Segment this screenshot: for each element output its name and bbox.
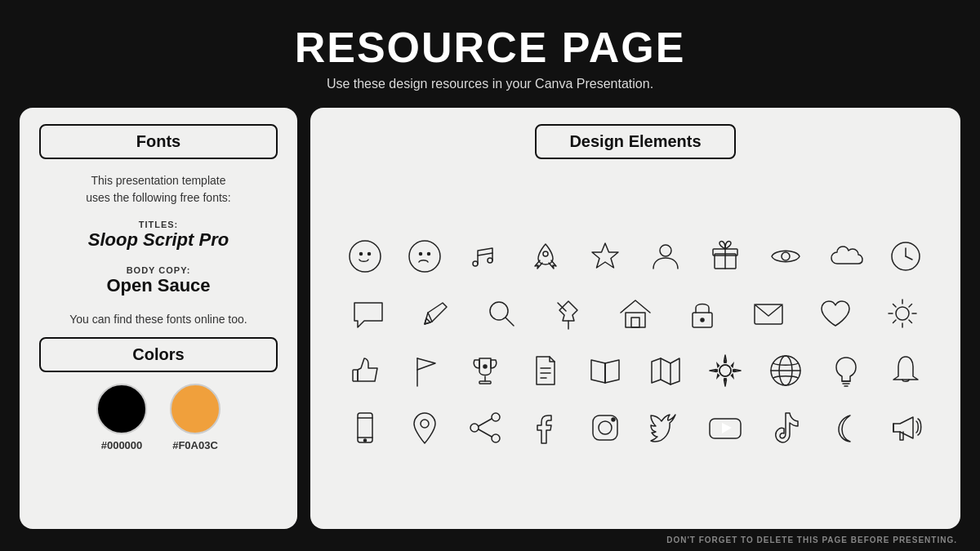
design-elements-header: Design Elements bbox=[335, 124, 936, 159]
svg-point-50 bbox=[719, 365, 731, 376]
sad-face-icon bbox=[400, 232, 449, 281]
footer-note: DON'T FORGET TO DELETE THIS PAGE BEFORE … bbox=[0, 529, 980, 551]
star-icon bbox=[581, 232, 630, 281]
svg-point-15 bbox=[782, 252, 790, 260]
svg-rect-38 bbox=[353, 370, 358, 381]
fonts-header-box: Fonts bbox=[39, 124, 278, 159]
svg-point-0 bbox=[350, 241, 381, 272]
trophy-icon bbox=[461, 346, 510, 395]
lightbulb-icon bbox=[822, 346, 871, 395]
svg-line-37 bbox=[893, 320, 897, 323]
fonts-description: This presentation templateuses the follo… bbox=[39, 172, 278, 207]
svg-point-63 bbox=[492, 434, 500, 442]
heart-icon bbox=[811, 289, 860, 338]
svg-point-7 bbox=[488, 258, 492, 263]
mobile-icon bbox=[341, 403, 390, 452]
location-pin-icon bbox=[400, 403, 449, 452]
svg-point-27 bbox=[701, 318, 704, 322]
title-font-label: TITLES: bbox=[39, 220, 278, 229]
eye-icon bbox=[761, 232, 810, 281]
facebook-icon bbox=[521, 403, 570, 452]
color-circle-black bbox=[96, 384, 147, 434]
svg-line-34 bbox=[893, 304, 897, 307]
title-font-entry: TITLES: Sloop Script Pro bbox=[39, 220, 278, 251]
map-icon bbox=[641, 346, 690, 395]
svg-point-61 bbox=[421, 420, 429, 428]
svg-point-5 bbox=[428, 252, 430, 255]
svg-point-68 bbox=[599, 421, 612, 434]
gift-icon bbox=[701, 232, 750, 281]
svg-marker-10 bbox=[592, 243, 618, 268]
svg-line-35 bbox=[909, 320, 912, 323]
icon-row-3 bbox=[335, 346, 936, 395]
cloud-icon bbox=[822, 232, 871, 281]
color-hex-black: #000000 bbox=[101, 439, 143, 451]
svg-line-66 bbox=[479, 429, 492, 437]
body-font-label: BODY COPY: bbox=[39, 265, 278, 275]
book-icon bbox=[581, 346, 630, 395]
design-elements-label: Design Elements bbox=[569, 132, 701, 150]
svg-point-9 bbox=[543, 251, 548, 256]
right-panel: Design Elements bbox=[310, 108, 960, 529]
svg-marker-71 bbox=[722, 423, 732, 433]
music-notes-icon bbox=[461, 232, 510, 281]
color-circle-orange bbox=[170, 384, 220, 434]
svg-line-21 bbox=[506, 318, 514, 326]
share-icon bbox=[461, 403, 510, 452]
color-swatch-black: #000000 bbox=[96, 384, 147, 451]
pencil-icon bbox=[411, 289, 460, 338]
svg-line-8 bbox=[478, 253, 492, 256]
document-icon bbox=[521, 346, 570, 395]
svg-point-29 bbox=[896, 307, 909, 320]
rocket-icon bbox=[521, 232, 570, 281]
svg-rect-24 bbox=[626, 313, 645, 327]
page-title: RESOURCE PAGE bbox=[295, 23, 686, 72]
svg-point-64 bbox=[470, 424, 479, 432]
colors-header-box: Colors bbox=[39, 337, 278, 372]
left-panel: Fonts This presentation templateuses the… bbox=[20, 108, 297, 529]
svg-rect-25 bbox=[631, 318, 639, 327]
svg-point-6 bbox=[473, 261, 478, 266]
icons-grid bbox=[335, 171, 936, 513]
svg-point-2 bbox=[368, 252, 370, 255]
twitter-icon bbox=[641, 403, 690, 452]
pin-icon bbox=[544, 289, 593, 338]
envelope-icon bbox=[744, 289, 793, 338]
colors-label: Colors bbox=[132, 345, 184, 363]
color-swatches: #000000 #F0A03C bbox=[39, 384, 278, 451]
svg-point-4 bbox=[420, 252, 422, 255]
icon-row-2 bbox=[335, 289, 936, 338]
svg-point-3 bbox=[409, 241, 440, 272]
chat-icon bbox=[344, 289, 393, 338]
body-font-name: Open Sauce bbox=[39, 275, 278, 296]
flag-icon bbox=[400, 346, 449, 395]
lock-icon bbox=[678, 289, 727, 338]
svg-point-69 bbox=[612, 418, 615, 421]
icon-row-1 bbox=[335, 232, 936, 281]
thumbs-up-icon bbox=[341, 346, 390, 395]
svg-point-42 bbox=[483, 365, 487, 368]
globe-icon bbox=[761, 346, 810, 395]
svg-line-65 bbox=[479, 419, 492, 426]
svg-line-18 bbox=[906, 256, 912, 260]
smiley-icon bbox=[341, 232, 390, 281]
body-font-entry: BODY COPY: Open Sauce bbox=[39, 265, 278, 296]
color-hex-orange: #F0A03C bbox=[172, 439, 218, 451]
sun-icon bbox=[878, 289, 927, 338]
gear-icon bbox=[701, 346, 750, 395]
page-header: RESOURCE PAGE Use these design resources… bbox=[295, 0, 686, 100]
user-icon bbox=[641, 232, 690, 281]
youtube-icon bbox=[701, 403, 750, 452]
bell-icon bbox=[881, 346, 930, 395]
search-icon bbox=[477, 289, 526, 338]
clock-icon bbox=[881, 232, 930, 281]
instagram-icon bbox=[581, 403, 630, 452]
svg-rect-41 bbox=[479, 381, 491, 384]
page-subtitle: Use these design resources in your Canva… bbox=[295, 77, 686, 91]
moon-icon bbox=[822, 403, 871, 452]
design-elements-header-box: Design Elements bbox=[535, 124, 735, 159]
svg-point-11 bbox=[660, 245, 671, 256]
svg-point-1 bbox=[359, 252, 362, 255]
icon-row-4 bbox=[335, 403, 936, 452]
main-content: Fonts This presentation templateuses the… bbox=[0, 108, 980, 529]
